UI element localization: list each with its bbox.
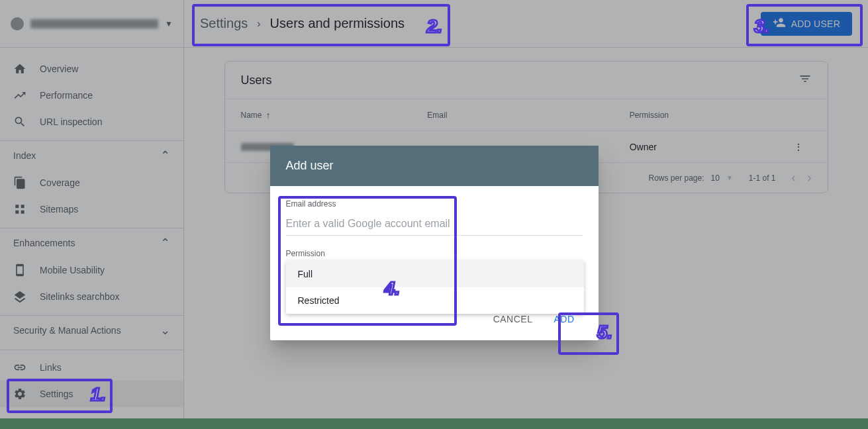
email-label: Email address (286, 199, 583, 209)
permission-label: Permission (286, 249, 583, 258)
add-user-dialog: Add user Email address Permission Full R… (270, 146, 599, 340)
modal-overlay: Add user Email address Permission Full R… (0, 0, 868, 418)
permission-dropdown: Full Restricted (286, 261, 584, 314)
decorative-bar (0, 418, 868, 429)
dialog-title: Add user (270, 146, 599, 186)
email-input[interactable] (286, 213, 583, 236)
permission-option-restricted[interactable]: Restricted (286, 287, 584, 314)
permission-option-full[interactable]: Full (286, 261, 584, 287)
